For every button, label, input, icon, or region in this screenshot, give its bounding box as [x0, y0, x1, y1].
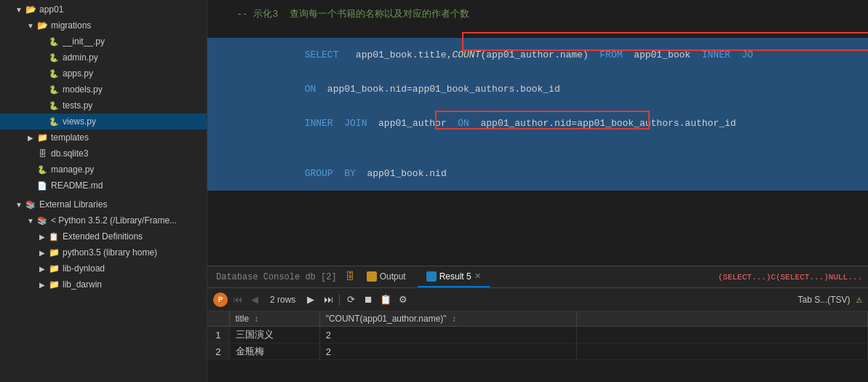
sidebar-item-init-py[interactable]: __init__.py [0, 33, 207, 49]
sort-arrow-icon: ↕ [452, 314, 456, 324]
tab-result5-label: Result 5 [439, 271, 471, 282]
sidebar-item-python352[interactable]: < Python 3.5.2 (/Library/Frame... [0, 212, 207, 228]
sidebar-item-lib-darwin[interactable]: lib_darwin [0, 276, 207, 293]
sidebar-item-label: python3.5 (library home) [63, 247, 157, 258]
line-content [236, 25, 868, 36]
col-count-label: "COUNT(app01_author.name)" [326, 314, 447, 324]
col-header-title[interactable]: title ↕ [229, 311, 319, 327]
folder-icon [48, 279, 60, 290]
tab-output[interactable]: Output [358, 267, 415, 287]
sidebar-item-label: admin.py [63, 52, 98, 63]
tab-result5[interactable]: Result 5 ✕ [418, 267, 490, 287]
results-table-area[interactable]: title ↕ "COUNT(app01_author.name)" ↕ [207, 311, 868, 382]
last-page-button[interactable]: ⏭ [320, 292, 336, 308]
sidebar-item-app01[interactable]: app01 [0, 1, 207, 17]
sidebar-item-admin-py[interactable]: admin.py [0, 49, 207, 65]
sidebar-item-label: < Python 3.5.2 (/Library/Frame... [51, 215, 177, 226]
sidebar-item-label: templates [51, 132, 89, 143]
line-content: ON app01_book.nid=app01_book_authors.boo… [236, 73, 868, 106]
sidebar-item-ext-defs[interactable]: Extended Definitions [0, 228, 207, 244]
cell-title-2: 金瓶梅 [229, 343, 319, 360]
py-icon [36, 164, 48, 175]
stop-button[interactable]: ⏹ [360, 292, 376, 308]
cell-count-2: 2 [319, 343, 576, 360]
line-content: INNER JOIN app01_author ON app01_author.… [236, 107, 868, 140]
arrow-icon [38, 280, 47, 289]
line-content: GROUP BY app01_book.nid [236, 157, 868, 190]
sidebar-item-lib-dynload[interactable]: lib-dynload [0, 260, 207, 276]
col-title-label: title [236, 314, 250, 324]
row-num-header [207, 311, 229, 327]
lib-icon [25, 199, 36, 210]
code-line-comment: -- 示化3 查询每一个书籍的名称以及对应的作者个数 [207, 6, 868, 22]
sidebar: app01 migrations __init__.py admin.py ap… [0, 0, 207, 382]
code-line-on: ON app01_book.nid=app01_book_authors.boo… [207, 72, 868, 106]
toolbar-row: P ⏮ ◀ 2 rows ▶ ⏭ ⟳ ⏹ 📋 ⚙ Tab S...(TSV) ⚠ [207, 288, 868, 311]
sidebar-item-db[interactable]: db.sqlite3 [0, 146, 207, 162]
sidebar-item-label: lib-dynload [63, 263, 105, 274]
sidebar-item-manage-py[interactable]: manage.py [0, 162, 207, 178]
folder-icon [48, 263, 60, 274]
panel-tabs: Database Console db [2] 🗄 Output Result … [207, 266, 868, 288]
arrow-icon [38, 264, 47, 273]
sidebar-item-label: manage.py [51, 164, 94, 175]
sidebar-item-templates[interactable]: templates [0, 130, 207, 146]
arrow-icon [15, 200, 23, 209]
row-num-2: 2 [207, 343, 229, 360]
sidebar-item-label: __init__.py [63, 36, 105, 47]
py-icon [48, 116, 60, 127]
cell-extra-1 [577, 327, 868, 343]
first-page-button[interactable]: ⏮ [229, 292, 245, 308]
main-container: app01 migrations __init__.py admin.py ap… [0, 0, 868, 382]
sidebar-item-migrations[interactable]: migrations [0, 17, 207, 33]
refresh-button[interactable]: ⟳ [343, 292, 359, 308]
sidebar-item-models-py[interactable]: models.py [0, 81, 207, 98]
cell-count-1: 2 [319, 327, 576, 343]
lib-icon [36, 215, 48, 226]
settings-button[interactable]: ⚙ [395, 292, 411, 308]
export-button[interactable]: 📋 [378, 292, 394, 308]
sidebar-item-label: db.sqlite3 [51, 148, 88, 159]
sidebar-item-views-py[interactable]: views.py [0, 114, 207, 130]
result-icon [426, 271, 437, 282]
sidebar-item-label: migrations [51, 20, 91, 31]
arrow-icon [38, 232, 47, 241]
table-row: 1 三国演义 2 [207, 327, 868, 343]
py-icon [48, 36, 60, 47]
row-num-1: 1 [207, 327, 229, 343]
ext-def-icon [48, 231, 60, 242]
md-icon [36, 180, 48, 191]
cell-extra-2 [577, 343, 868, 360]
code-line-inner-join: INNER JOIN app01_author ON app01_author.… [207, 106, 868, 140]
sidebar-item-apps-py[interactable]: apps.py [0, 65, 207, 81]
arrow-icon [26, 216, 35, 225]
line-content: SELECT app01_book.title,COUNT(app01_auth… [236, 39, 868, 71]
tab-close-icon[interactable]: ✕ [474, 271, 481, 281]
sidebar-item-readme[interactable]: README.md [0, 178, 207, 194]
sidebar-item-tests-py[interactable]: tests.py [0, 98, 207, 114]
col-header-extra [577, 311, 868, 327]
editor-content[interactable]: -- 示化3 查询每一个书籍的名称以及对应的作者个数 SELECT app01_… [207, 0, 868, 266]
sidebar-item-label: External Libraries [39, 199, 107, 210]
prev-page-button[interactable]: ◀ [247, 292, 263, 308]
folder-icon [36, 132, 48, 143]
db-console-label: Database Console db [2] [216, 272, 337, 282]
warning-icon: ⚠ [856, 293, 862, 306]
py-icon [48, 68, 60, 79]
sidebar-item-label: models.py [63, 84, 103, 95]
sidebar-item-ext-libs[interactable]: External Libraries [0, 196, 207, 212]
sidebar-item-label: views.py [63, 116, 96, 127]
right-info: (SELECT...)C(SELECT...)NULL... [718, 273, 862, 282]
sidebar-item-python35[interactable]: python3.5 (library home) [0, 244, 207, 260]
db-icon: 🗄 [346, 271, 355, 282]
rows-info: 2 rows [264, 295, 301, 305]
arrow-icon [26, 133, 35, 142]
table-row: 2 金瓶梅 2 [207, 343, 868, 360]
col-header-count[interactable]: "COUNT(app01_author.name)" ↕ [319, 311, 576, 327]
tab-output-label: Output [380, 271, 406, 282]
py-icon [48, 52, 60, 63]
py-icon [48, 84, 60, 95]
sort-arrow-icon: ↕ [255, 314, 259, 324]
next-page-button[interactable]: ▶ [303, 292, 319, 308]
sidebar-item-label: lib_darwin [63, 279, 102, 290]
